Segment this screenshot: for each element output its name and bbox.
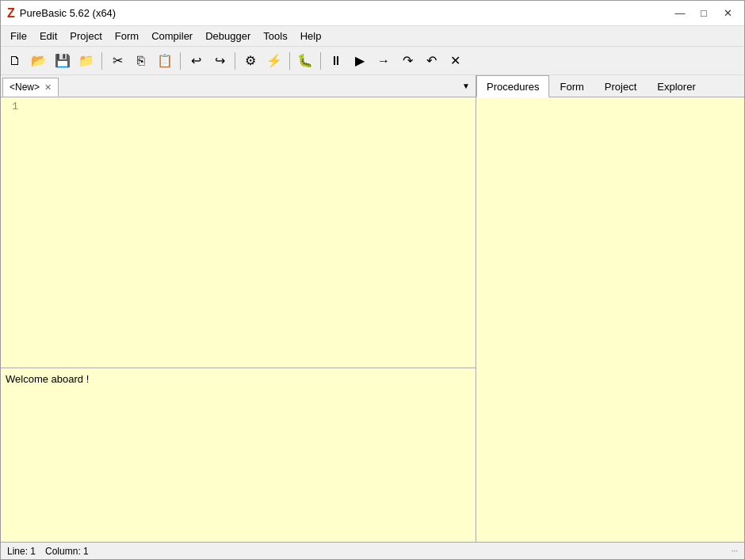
menu-item-tools[interactable]: Tools [257,28,293,45]
undo-button[interactable]: ↩ [185,50,207,72]
cut-button[interactable]: ✂ [106,50,128,72]
line-numbers: 1 [1,97,25,368]
redo-button[interactable]: ↪ [208,50,231,72]
code-editor[interactable] [25,97,476,368]
toolbar-separator-9 [235,52,235,70]
menu-bar: FileEditProjectFormCompilerDebuggerTools… [1,26,744,47]
step-button[interactable]: → [372,50,395,72]
menu-item-project[interactable]: Project [63,28,108,45]
right-tab-project[interactable]: Project [594,75,647,97]
new-button[interactable]: 🗋 [4,50,26,72]
right-tabs: ProceduresFormProjectExplorer [476,75,744,97]
output-panel: Welcome aboard ! [1,368,476,542]
pause-button[interactable]: ⏸ [325,50,347,72]
menu-item-debugger[interactable]: Debugger [199,28,257,45]
menu-item-help[interactable]: Help [294,28,328,45]
editor-tab-new[interactable]: <New> ✕ [2,78,59,97]
status-indicator: ··· [732,547,738,555]
menu-item-compiler[interactable]: Compiler [145,28,199,45]
status-bar: Line: 1 Column: 1 ··· [1,542,744,559]
window-controls: — □ ✕ [670,6,738,21]
stop-button[interactable]: ✕ [444,50,466,72]
left-panel: <New> ✕ ▼ 1 Welcome aboard ! [1,75,476,542]
close-button[interactable]: ✕ [717,6,738,21]
copy-button[interactable]: ⎘ [130,50,152,72]
status-column: Column: 1 [45,546,89,557]
play-button[interactable]: ▶ [349,50,371,72]
minimize-button[interactable]: — [670,6,690,21]
right-panel: ProceduresFormProjectExplorer [476,75,744,542]
toolbar: 🗋📂💾📁✂⎘📋↩↪⚙⚡🐛⏸▶→↷↶✕ [1,47,744,75]
save-button[interactable]: 💾 [52,50,74,72]
main-content: <New> ✕ ▼ 1 Welcome aboard ! ProceduresF… [1,75,744,542]
tab-close-button[interactable]: ✕ [44,82,52,93]
compile-button[interactable]: ⚡ [263,50,285,72]
paste-button[interactable]: 📋 [154,50,176,72]
run-button[interactable]: 🐛 [294,50,316,72]
stepout-button[interactable]: ↶ [420,50,442,72]
tab-label: <New> [10,82,40,93]
tab-bar: <New> ✕ ▼ [1,75,476,97]
menu-item-edit[interactable]: Edit [33,28,63,45]
right-panel-content [476,97,744,542]
maximize-button[interactable]: □ [693,6,714,21]
toolbar-separator-12 [320,52,321,70]
line-number-1: 1 [4,101,18,112]
editor-area: 1 [1,97,476,368]
right-tab-form[interactable]: Form [549,75,594,97]
toolbar-separator-7 [180,52,181,70]
menu-item-file[interactable]: File [4,28,33,45]
output-message: Welcome aboard ! [6,373,89,385]
editor-content: 1 [1,97,476,368]
right-tab-explorer[interactable]: Explorer [647,75,705,97]
title-bar: Z PureBasic 5.62 (x64) — □ ✕ [1,1,744,26]
saveas-button[interactable]: 📁 [75,50,97,72]
dropdown-arrow-icon: ▼ [462,82,470,90]
menu-item-form[interactable]: Form [109,28,145,45]
app-icon: Z [7,6,15,21]
tab-dropdown-button[interactable]: ▼ [458,75,474,97]
title-text: PureBasic 5.62 (x64) [20,7,670,19]
right-tab-procedures[interactable]: Procedures [476,75,549,97]
open-button[interactable]: 📂 [28,50,50,72]
status-line: Line: 1 [7,546,36,557]
prefs-button[interactable]: ⚙ [239,50,262,72]
stepover-button[interactable]: ↷ [396,50,418,72]
toolbar-separator-4 [101,52,102,70]
toolbar-separator-11 [289,52,290,70]
